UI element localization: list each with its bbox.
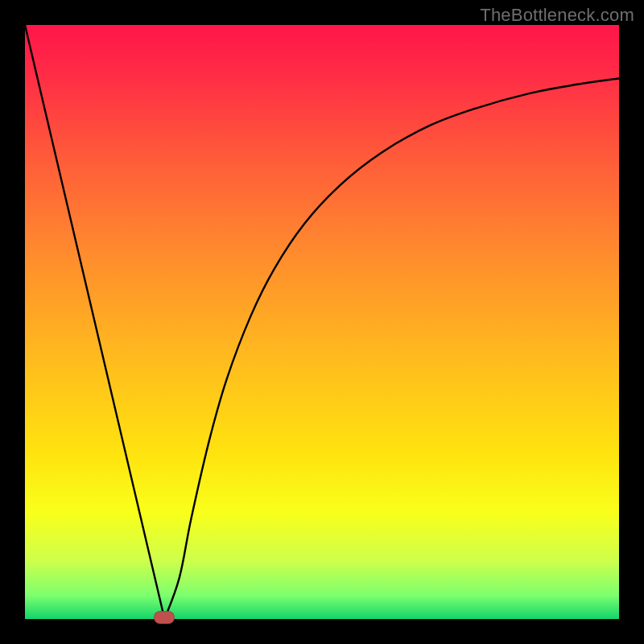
watermark-text: TheBottleneck.com <box>480 5 634 26</box>
bottleneck-minimum-marker <box>154 611 175 624</box>
plot-area <box>25 25 619 619</box>
chart-frame: TheBottleneck.com <box>0 0 644 644</box>
bottleneck-curve <box>25 25 619 619</box>
